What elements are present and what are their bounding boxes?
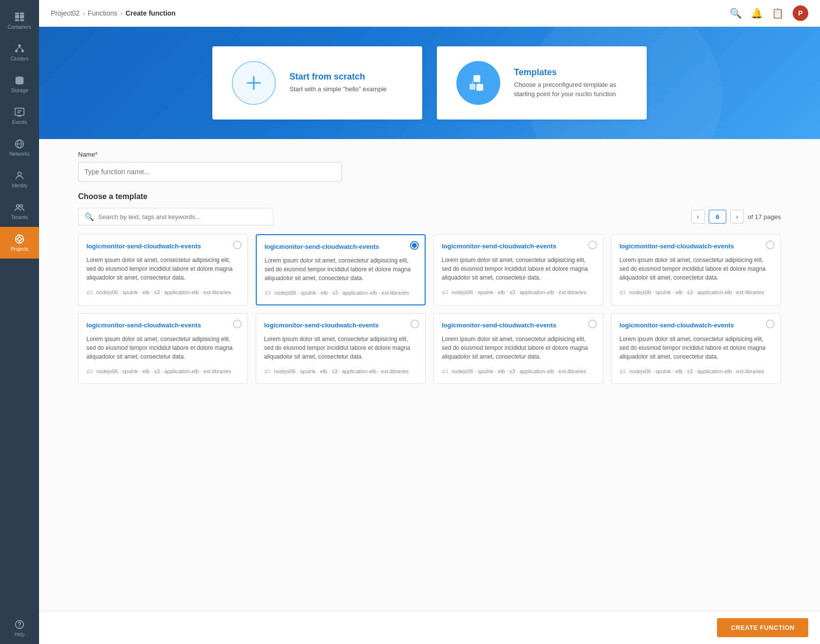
template-card[interactable]: logicmonitor-send-cloudwatch-eventsLorem… [433, 234, 603, 305]
svg-point-20 [18, 172, 21, 176]
header: Project02 › Functions › Create function … [39, 0, 820, 27]
breadcrumb-current: Create function [125, 9, 176, 17]
main-content: Project02 › Functions › Create function … [39, 0, 820, 644]
clipboard-icon[interactable]: 📋 [772, 7, 784, 19]
sidebar-item-help[interactable]: Help [0, 612, 39, 644]
sidebar-item-tenants-label: Tenants [11, 215, 28, 220]
card-desc: Lorem ipsum dolor sit amet, consectetur … [86, 256, 240, 282]
svg-rect-34 [476, 84, 483, 91]
tag-icon: 🏷 [619, 368, 626, 375]
svg-point-24 [18, 237, 21, 241]
sidebar-item-storage[interactable]: Storage [0, 68, 39, 100]
card-title: logicmonitor-send-cloudwatch-events [265, 243, 417, 251]
create-function-button[interactable]: CREATE FUNCTION [717, 618, 808, 637]
next-page-button[interactable]: › [730, 210, 744, 223]
card-tags: 🏷nodejs06 · spulnk · elb · s3 · applicat… [86, 368, 240, 375]
identity-icon [14, 170, 25, 181]
breadcrumb-functions[interactable]: Functions [88, 9, 118, 17]
card-radio[interactable] [233, 320, 242, 328]
card-desc: Lorem ipsum dolor sit amet, consectetur … [619, 256, 773, 282]
svg-point-6 [18, 44, 21, 47]
name-label: Name* [78, 151, 781, 158]
page-number[interactable]: 6 [709, 210, 726, 223]
bottom-bar: CREATE FUNCTION [39, 611, 820, 644]
svg-point-22 [20, 205, 22, 208]
card-title: logicmonitor-send-cloudwatch-events [86, 322, 240, 330]
sidebar: Containers Clusters Storage Events Netwo… [0, 0, 39, 644]
networks-icon [14, 139, 25, 149]
svg-line-10 [20, 47, 22, 50]
projects-icon [14, 234, 25, 244]
card-radio[interactable] [410, 320, 419, 328]
tag-icon: 🏷 [442, 289, 448, 296]
template-card[interactable]: logicmonitor-send-cloudwatch-eventsLorem… [78, 234, 248, 305]
sidebar-item-containers[interactable]: Containers [0, 5, 39, 37]
scratch-text: Start from scratch Start with a simple "… [289, 72, 387, 94]
svg-rect-4 [15, 20, 19, 21]
scratch-desc: Start with a simple "hello" example [289, 85, 387, 94]
card-title: logicmonitor-send-cloudwatch-events [619, 322, 773, 330]
pagination: ‹ 6 › of 17 pages [691, 210, 781, 223]
notification-icon[interactable]: 🔔 [751, 7, 763, 19]
search-input[interactable] [98, 213, 267, 221]
containers-icon [14, 12, 25, 22]
template-card[interactable]: logicmonitor-send-cloudwatch-eventsLorem… [256, 234, 426, 305]
card-tags: 🏷nodejs06 · spulnk · elb · s3 · applicat… [619, 289, 773, 296]
search-box[interactable]: 🔍 [78, 208, 273, 225]
content-area: Name* Choose a template 🔍 ‹ 6 › of 17 pa… [39, 139, 820, 611]
svg-rect-0 [15, 15, 19, 18]
name-input[interactable] [78, 162, 342, 181]
templates-text: Templates Choose a preconfigured templat… [514, 67, 627, 98]
card-radio[interactable] [233, 241, 242, 249]
svg-point-21 [17, 205, 20, 208]
breadcrumb-sep1: › [82, 9, 85, 17]
card-radio[interactable] [410, 241, 419, 250]
tag-icon: 🏷 [86, 368, 93, 375]
breadcrumb-project[interactable]: Project02 [51, 9, 80, 17]
sidebar-item-projects[interactable]: Projects [0, 227, 39, 259]
sidebar-item-identity-label: Identity [12, 183, 27, 188]
templates-desc: Choose a preconfigured template as start… [514, 80, 627, 98]
card-title: logicmonitor-send-cloudwatch-events [619, 242, 773, 251]
card-radio[interactable] [588, 241, 597, 249]
search-icon: 🔍 [84, 212, 94, 221]
storage-icon [14, 75, 25, 86]
scratch-icon [232, 61, 276, 105]
svg-rect-3 [20, 13, 24, 15]
svg-point-30 [19, 626, 20, 627]
svg-rect-1 [20, 15, 24, 18]
template-card[interactable]: logicmonitor-send-cloudwatch-eventsLorem… [611, 313, 781, 383]
sidebar-item-tenants[interactable]: Tenants [0, 195, 39, 227]
templates-card[interactable]: Templates Choose a preconfigured templat… [437, 46, 647, 120]
sidebar-item-events[interactable]: Events [0, 100, 39, 132]
sidebar-item-events-label: Events [12, 120, 27, 125]
sidebar-item-networks[interactable]: Networks [0, 132, 39, 163]
tag-icon: 🏷 [265, 289, 271, 297]
page-total: of 17 pages [748, 213, 781, 221]
card-radio[interactable] [588, 320, 597, 328]
card-radio[interactable] [766, 241, 775, 249]
prev-page-button[interactable]: ‹ [691, 210, 705, 223]
svg-rect-35 [470, 84, 475, 90]
scratch-card[interactable]: Start from scratch Start with a simple "… [212, 46, 422, 120]
templates-grid: logicmonitor-send-cloudwatch-eventsLorem… [78, 234, 781, 383]
name-field-group: Name* [78, 151, 781, 181]
card-desc: Lorem ipsum dolor sit amet, consectetur … [265, 256, 417, 282]
sidebar-item-clusters[interactable]: Clusters [0, 37, 39, 68]
search-icon[interactable]: 🔍 [730, 7, 742, 19]
tag-icon: 🏷 [619, 289, 626, 296]
card-tags: 🏷nodejs06 · spulnk · elb · s3 · applicat… [442, 368, 595, 375]
card-tags: 🏷nodejs06 · spulnk · elb · s3 · applicat… [265, 289, 417, 297]
templates-icon [456, 61, 500, 105]
template-card[interactable]: logicmonitor-send-cloudwatch-eventsLorem… [256, 313, 426, 383]
sidebar-item-storage-label: Storage [11, 88, 28, 93]
svg-line-9 [17, 47, 20, 50]
card-tags: 🏷nodejs06 · spulnk · elb · s3 · applicat… [264, 368, 417, 375]
template-card[interactable]: logicmonitor-send-cloudwatch-eventsLorem… [78, 313, 248, 383]
template-card[interactable]: logicmonitor-send-cloudwatch-eventsLorem… [433, 313, 603, 383]
avatar[interactable]: P [793, 5, 808, 21]
sidebar-item-identity[interactable]: Identity [0, 163, 39, 195]
card-radio[interactable] [766, 320, 775, 328]
hero-section: Start from scratch Start with a simple "… [39, 27, 820, 139]
template-card[interactable]: logicmonitor-send-cloudwatch-eventsLorem… [611, 234, 781, 305]
